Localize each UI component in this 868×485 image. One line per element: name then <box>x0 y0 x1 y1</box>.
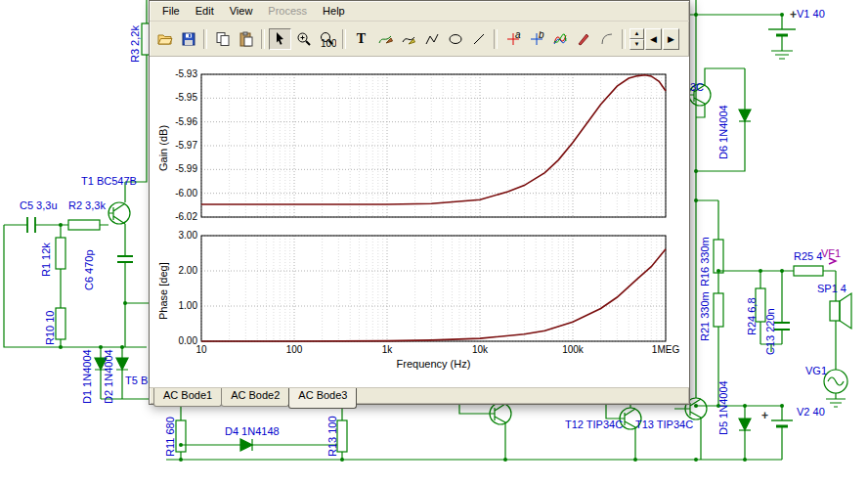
tab-ac-bode1[interactable]: AC Bode1 <box>153 388 222 407</box>
menu-file[interactable]: File <box>154 2 188 20</box>
component-label: D2 1N4004 <box>104 349 114 404</box>
arrow-left-icon: ◀ <box>650 34 657 44</box>
component-label: VF1 <box>821 248 841 259</box>
svg-text:100: 100 <box>321 37 336 47</box>
zoom-in-icon <box>296 31 312 47</box>
line-tool-button[interactable] <box>467 28 490 50</box>
component-label: R1 12k <box>41 242 52 277</box>
curve-pen-icon <box>377 31 393 47</box>
toolbar-separator <box>622 29 626 49</box>
paste-button[interactable] <box>235 28 257 50</box>
menu-help[interactable]: Help <box>315 2 353 20</box>
curve-pen2-icon <box>401 31 416 47</box>
component-label: R13 100 <box>327 416 338 457</box>
component-label: T12 TIP34C <box>565 419 623 430</box>
component-label: R3 2,2k <box>130 25 141 63</box>
component-label: VG1 <box>805 366 827 376</box>
zoom-100-button[interactable]: 100 <box>316 28 338 50</box>
plot-canvas[interactable]: -5.93-5.95-5.96-5.97-5.99-6.00-6.023.002… <box>150 57 686 387</box>
save-icon <box>181 31 196 47</box>
copy-button[interactable] <box>211 28 234 50</box>
component-label: R10 10 <box>45 311 56 345</box>
svg-text:-6.02: -6.02 <box>175 211 197 222</box>
cursor-tool-button[interactable] <box>269 28 291 50</box>
cursor-icon <box>273 31 288 47</box>
arc-icon <box>599 31 615 47</box>
text-tool-icon: T <box>357 31 366 47</box>
svg-text:1k: 1k <box>382 344 394 355</box>
svg-text:-5.93: -5.93 <box>175 68 197 79</box>
open-button[interactable] <box>153 28 176 50</box>
plus-terminal-label: + <box>761 411 768 421</box>
component-label: T13 TIP34C <box>635 419 693 430</box>
component-label: R21 330m <box>700 291 711 341</box>
marker-button[interactable] <box>572 28 594 50</box>
text-tool-button[interactable]: T <box>350 28 372 50</box>
component-label: V2 40 <box>797 407 825 418</box>
curves-button[interactable] <box>548 28 571 50</box>
component-label: C5 3,3u <box>20 200 58 211</box>
toolbar-separator <box>203 29 207 49</box>
toolbar-separator <box>342 29 346 49</box>
svg-text:3.00: 3.00 <box>179 230 198 241</box>
polyline-icon <box>424 31 440 47</box>
polyline-tool-button[interactable] <box>420 28 443 50</box>
curve-edit-button[interactable] <box>373 28 396 50</box>
spin-down-button[interactable]: ▼ <box>629 39 644 50</box>
svg-text:2.00: 2.00 <box>179 265 198 276</box>
spin-down-icon: ▼ <box>634 41 640 47</box>
component-label: V1 40 <box>797 9 825 20</box>
ellipse-icon <box>448 31 463 47</box>
component-label: T5 B <box>125 375 148 386</box>
menu-edit[interactable]: Edit <box>188 2 222 20</box>
toolbar: 100 T a b <box>150 22 689 57</box>
spin-up-button[interactable]: ▲ <box>629 28 644 39</box>
axis-b-button[interactable]: b <box>525 28 547 50</box>
plot-area: -5.93-5.95-5.96-5.97-5.99-6.00-6.023.002… <box>150 57 689 388</box>
svg-text:0.00: 0.00 <box>179 335 198 346</box>
svg-text:-5.95: -5.95 <box>175 92 197 103</box>
component-label: SP1 4 <box>817 284 846 294</box>
tab-ac-bode2[interactable]: AC Bode2 <box>221 388 289 407</box>
component-label: R25 4 <box>794 251 822 262</box>
svg-text:10: 10 <box>195 344 207 355</box>
svg-text:10k: 10k <box>472 344 489 355</box>
plus-terminal-label: + <box>790 10 797 21</box>
arc-tool-button[interactable] <box>595 28 618 50</box>
diagram-window: File Edit View Process Help 100 <box>149 0 690 405</box>
component-label: R11 680 <box>165 417 176 457</box>
svg-text:a: a <box>515 31 521 40</box>
arrow-right-icon: ▶ <box>668 34 674 44</box>
component-label: D4 1N4148 <box>225 426 280 437</box>
curve-edit2-button[interactable] <box>397 28 419 50</box>
page-next-button[interactable]: ▶ <box>663 28 679 50</box>
zoom-100-icon: 100 <box>319 31 336 47</box>
phase-axis-label: Phase [deg] <box>157 262 169 320</box>
svg-text:-5.97: -5.97 <box>175 140 197 151</box>
tab-ac-bode3[interactable]: AC Bode3 <box>288 388 357 409</box>
svg-text:-6.00: -6.00 <box>175 188 197 198</box>
frequency-axis-label: Frequency (Hz) <box>201 358 666 370</box>
copy-icon <box>215 31 231 47</box>
component-label: R2 3,3k <box>68 200 106 211</box>
component-label: D1 1N4004 <box>82 349 93 404</box>
desktop: { "window": { "menu_items": [ {"label":"… <box>0 0 868 485</box>
spin-up-icon: ▲ <box>634 30 640 36</box>
menu-view[interactable]: View <box>222 2 261 20</box>
page-prev-button[interactable]: ◀ <box>645 28 662 50</box>
svg-text:b: b <box>539 31 544 40</box>
svg-text:100k: 100k <box>562 344 585 355</box>
tab-bar: AC Bode1 AC Bode2 AC Bode3 <box>150 388 689 408</box>
zoom-in-button[interactable] <box>292 28 315 50</box>
axis-a-button[interactable]: a <box>501 28 524 50</box>
svg-text:100: 100 <box>286 344 303 355</box>
axis-a-icon: a <box>505 31 521 47</box>
save-button[interactable] <box>177 28 199 50</box>
toolbar-separator <box>494 29 498 49</box>
menu-process: Process <box>260 2 315 20</box>
component-label: C6 470p <box>84 249 95 290</box>
open-icon <box>157 31 173 47</box>
component-label: R24 6,8 <box>747 297 758 335</box>
ellipse-tool-button[interactable] <box>444 28 466 50</box>
component-label: D5 1N4004 <box>718 380 729 435</box>
